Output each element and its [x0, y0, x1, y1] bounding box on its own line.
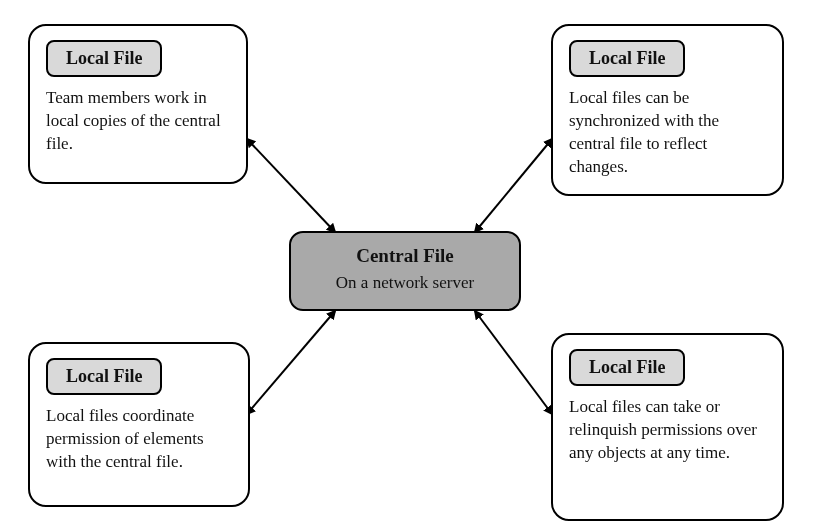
arrow-br — [475, 311, 552, 414]
local-file-desc: Local files coordinate permission of ele… — [46, 405, 232, 474]
central-file-title: Central File — [319, 245, 491, 267]
arrow-bl — [247, 311, 335, 414]
local-file-desc: Local files can be synchronized with the… — [569, 87, 766, 179]
local-file-node-bl: Local File Local files coordinate permis… — [28, 342, 250, 507]
local-file-desc: Team members work in local copies of the… — [46, 87, 230, 156]
local-file-node-tl: Local File Team members work in local co… — [28, 24, 248, 184]
local-file-badge: Local File — [569, 349, 685, 386]
arrow-tr — [475, 139, 552, 232]
local-file-node-br: Local File Local files can take or relin… — [551, 333, 784, 521]
local-file-desc: Local files can take or relinquish permi… — [569, 396, 766, 465]
local-file-node-tr: Local File Local files can be synchroniz… — [551, 24, 784, 196]
central-file-subtitle: On a network server — [319, 273, 491, 293]
central-file-node: Central File On a network server — [289, 231, 521, 311]
arrow-tl — [247, 139, 335, 232]
local-file-badge: Local File — [569, 40, 685, 77]
local-file-badge: Local File — [46, 358, 162, 395]
local-file-badge: Local File — [46, 40, 162, 77]
